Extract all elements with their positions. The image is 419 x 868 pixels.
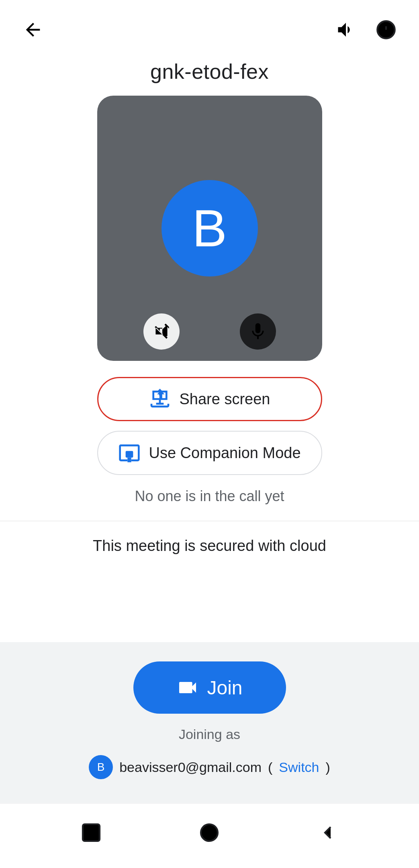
share-screen-icon — [149, 388, 171, 410]
share-screen-button[interactable]: Share screen — [97, 377, 322, 421]
top-bar — [0, 0, 419, 51]
home-button[interactable] — [193, 817, 225, 849]
user-email: beavisser0@gmail.com — [119, 760, 262, 775]
svg-point-6 — [201, 824, 218, 841]
top-bar-left — [19, 16, 47, 43]
companion-mode-label: Use Companion Mode — [149, 444, 300, 462]
user-avatar: B — [89, 755, 113, 779]
svg-rect-5 — [83, 824, 100, 841]
recent-apps-button[interactable] — [75, 817, 107, 849]
android-nav-bar — [0, 803, 419, 868]
security-text: This meeting is secured with cloud — [19, 537, 400, 555]
avatar-letter: B — [192, 202, 227, 254]
back-nav-button[interactable] — [312, 817, 344, 849]
meeting-code: gnk-etod-fex — [0, 59, 419, 84]
companion-mode-icon — [118, 442, 141, 464]
bottom-section: Join Joining as B beavisser0@gmail.com (… — [0, 642, 419, 803]
companion-mode-button[interactable]: Use Companion Mode — [97, 431, 322, 475]
mic-button[interactable] — [240, 313, 276, 350]
sound-button[interactable] — [332, 16, 360, 43]
action-buttons: Share screen Use Companion Mode — [97, 377, 322, 475]
camera-off-button[interactable] — [143, 313, 180, 350]
share-screen-label: Share screen — [179, 391, 270, 408]
divider — [0, 521, 419, 521]
top-bar-right — [332, 16, 400, 43]
user-avatar-letter: B — [97, 761, 105, 774]
switch-paren-close: ) — [326, 760, 330, 775]
avatar-circle: B — [161, 180, 258, 276]
call-status: No one is in the call yet — [0, 488, 419, 505]
video-preview: B — [97, 96, 322, 361]
join-label: Join — [207, 677, 242, 699]
alert-button[interactable] — [372, 16, 400, 43]
back-button[interactable] — [19, 16, 47, 43]
switch-link[interactable]: Switch — [279, 760, 319, 775]
switch-paren-open: ( — [268, 760, 272, 775]
user-info: B beavisser0@gmail.com ( Switch ) — [89, 755, 330, 779]
join-button[interactable]: Join — [133, 661, 286, 714]
svg-rect-4 — [126, 451, 133, 457]
joining-as-label: Joining as — [179, 727, 240, 742]
video-controls — [97, 313, 322, 350]
